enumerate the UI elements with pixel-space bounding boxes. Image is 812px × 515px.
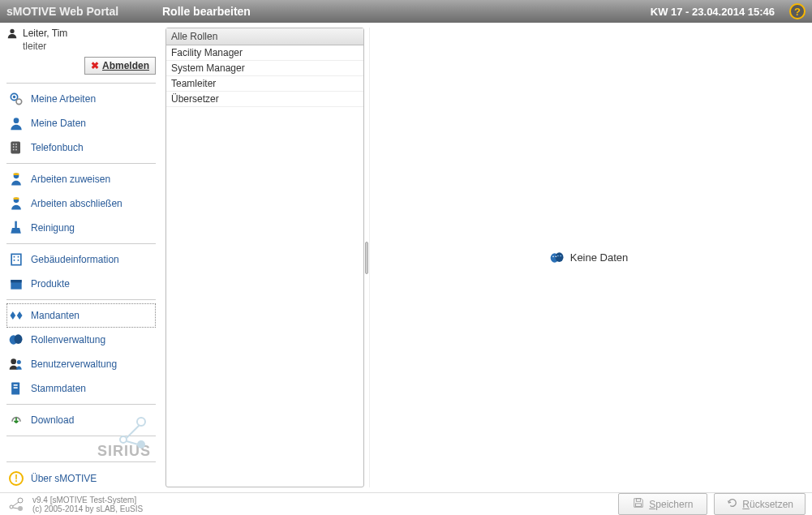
- role-row[interactable]: Teamleiter: [166, 76, 363, 92]
- building-icon: [8, 251, 24, 268]
- svg-line-45: [13, 502, 19, 506]
- nav-item-label: Benutzerverwaltung: [31, 358, 117, 370]
- download-icon: [8, 412, 24, 428]
- page-title: Rolle bearbeiten: [162, 5, 651, 18]
- svg-point-26: [11, 358, 16, 364]
- svg-rect-17: [11, 254, 21, 264]
- svg-rect-6: [13, 144, 15, 145]
- role-row[interactable]: Übersetzer: [166, 92, 363, 107]
- nav-item-meine-arbeiten[interactable]: Meine Arbeiten: [6, 87, 156, 111]
- svg-rect-30: [14, 387, 18, 388]
- detail-panel: Keine Daten: [369, 28, 807, 487]
- role-row[interactable]: System Manager: [166, 61, 363, 76]
- logout-button[interactable]: ✖ Abmelden: [84, 57, 156, 75]
- svg-point-25: [15, 334, 23, 344]
- user-block: Leiter, Tim tleiter ✖ Abmelden: [6, 28, 156, 84]
- svg-rect-13: [14, 174, 19, 176]
- user-login: tleiter: [6, 41, 156, 55]
- header-datetime: KW 17 - 23.04.2014 15:46: [651, 6, 775, 18]
- save-icon: [633, 497, 644, 511]
- logout-label: Abmelden: [102, 60, 149, 71]
- svg-point-40: [557, 255, 559, 256]
- save-label: Speichern: [649, 499, 693, 510]
- svg-rect-11: [15, 149, 17, 151]
- nav-item-label: Meine Daten: [31, 118, 86, 129]
- footer-info: v9.4 [sMOTIVE Test-System] (c) 2005-2014…: [32, 496, 143, 513]
- svg-point-44: [18, 506, 23, 511]
- svg-rect-10: [13, 149, 15, 151]
- sidebar: Leiter, Tim tleiter ✖ Abmelden Meine Arb…: [0, 23, 162, 492]
- footer: v9.4 [sMOTIVE Test-System] (c) 2005-2014…: [0, 492, 812, 515]
- svg-rect-47: [637, 499, 641, 502]
- about-link[interactable]: ! Über sMOTIVE: [6, 466, 156, 491]
- nav-item-produkte[interactable]: Produkte: [6, 272, 156, 296]
- svg-point-38: [552, 255, 554, 257]
- users-icon: [8, 356, 24, 372]
- nav-item-rollenverwaltung[interactable]: Rollenverwaltung: [6, 328, 156, 352]
- svg-point-3: [16, 99, 22, 105]
- nav-item-label: Mandanten: [31, 310, 79, 321]
- roles-icon: [8, 332, 24, 348]
- svg-rect-18: [14, 256, 15, 258]
- svg-rect-21: [18, 260, 19, 261]
- svg-line-46: [13, 508, 18, 509]
- masks-icon: [549, 250, 565, 266]
- svg-rect-7: [15, 144, 17, 145]
- svg-rect-29: [14, 384, 18, 386]
- nav-item-arbeiten-abschlie-en[interactable]: Arbeiten abschließen: [6, 191, 156, 216]
- undo-icon: [726, 497, 737, 511]
- box-icon: [8, 276, 24, 292]
- footer-logo-icon: [6, 496, 26, 513]
- nav-item-meine-daten[interactable]: Meine Daten: [6, 111, 156, 135]
- svg-point-4: [14, 118, 19, 123]
- nav-item-reinigung[interactable]: Reinigung: [6, 216, 156, 240]
- nav-item-geb-udeinformation[interactable]: Gebäudeinformation: [6, 247, 156, 272]
- svg-rect-9: [15, 146, 17, 148]
- reset-button[interactable]: Rücksetzen: [714, 493, 806, 515]
- svg-point-37: [555, 252, 563, 262]
- svg-rect-15: [14, 198, 19, 200]
- role-row[interactable]: Facility Manager: [166, 45, 363, 61]
- nav-item-label: Gebäudeinformation: [31, 254, 119, 265]
- footer-copyright: (c) 2005-2014 by sLAB, EuSIS: [32, 504, 143, 513]
- nav-item-telefonbuch[interactable]: Telefonbuch: [6, 135, 156, 160]
- user-display-name: Leiter, Tim: [23, 28, 67, 39]
- svg-point-33: [137, 440, 145, 448]
- nav-item-label: Download: [31, 414, 74, 426]
- roles-header: Alle Rollen: [166, 28, 363, 45]
- nav-item-mandanten[interactable]: Mandanten: [6, 303, 156, 328]
- person-icon: [8, 115, 24, 131]
- footer-version: v9.4 [sMOTIVE Test-System]: [32, 496, 143, 504]
- roles-list: Facility ManagerSystem ManagerTeamleiter…: [166, 45, 363, 487]
- nav-item-arbeiten-zuweisen[interactable]: Arbeiten zuweisen: [6, 167, 156, 191]
- help-icon[interactable]: ?: [789, 3, 806, 19]
- svg-point-43: [10, 505, 13, 509]
- reset-label: Rücksetzen: [742, 499, 793, 510]
- gear-icon: [8, 91, 24, 107]
- svg-point-31: [137, 418, 145, 426]
- tenants-icon: [8, 307, 24, 324]
- nav-item-label: Arbeiten zuweisen: [31, 174, 110, 185]
- svg-rect-5: [11, 142, 20, 154]
- svg-rect-20: [14, 260, 15, 261]
- svg-point-0: [10, 29, 14, 33]
- nav-item-stammdaten[interactable]: Stammdaten: [6, 376, 156, 401]
- nav-item-benutzerverwaltung[interactable]: Benutzerverwaltung: [6, 352, 156, 376]
- no-data-message: Keine Daten: [549, 250, 629, 266]
- about-label: Über sMOTIVE: [31, 473, 97, 484]
- phonebook-icon: [8, 139, 24, 156]
- svg-line-34: [127, 425, 140, 438]
- nav-item-label: Arbeiten abschließen: [31, 198, 122, 209]
- nav-item-label: Meine Arbeiten: [31, 93, 96, 105]
- nav-item-label: Reinigung: [31, 222, 75, 234]
- roles-panel: Alle Rollen Facility ManagerSystem Manag…: [165, 28, 364, 487]
- app-name: sMOTIVE Web Portal: [6, 5, 162, 18]
- nav-item-label: Telefonbuch: [31, 142, 84, 153]
- svg-line-35: [127, 441, 138, 444]
- svg-point-41: [560, 255, 561, 256]
- svg-point-32: [120, 436, 127, 443]
- svg-rect-8: [13, 146, 15, 148]
- sirius-logo: SIRIUS: [6, 436, 156, 461]
- svg-rect-16: [15, 221, 17, 228]
- save-button[interactable]: Speichern: [618, 493, 707, 515]
